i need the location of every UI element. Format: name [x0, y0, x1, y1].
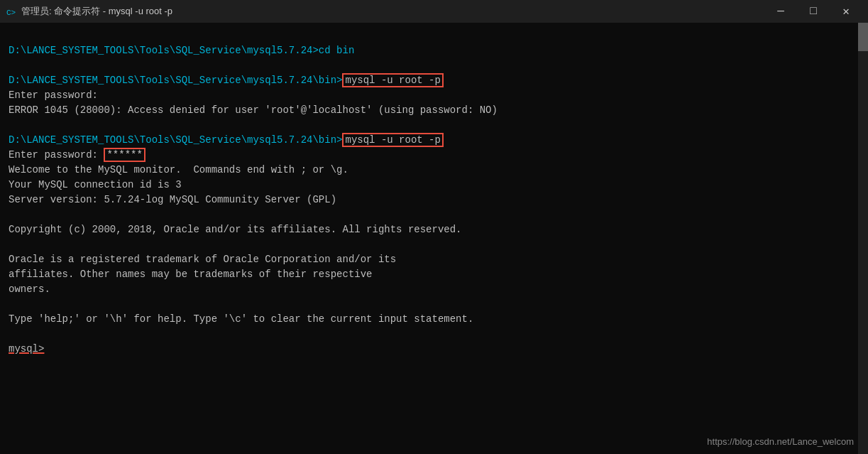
- line-3-path: D:\LANCE_SYSTEM_TOOLS\Tools\SQL_Service\…: [9, 75, 342, 86]
- svg-text:C>: C>: [6, 9, 16, 17]
- line-17: owners.: [9, 283, 50, 295]
- terminal: D:\LANCE_SYSTEM_TOOLS\Tools\SQL_Service\…: [0, 23, 868, 454]
- line-11: Server version: 5.7.24-log MySQL Communi…: [9, 194, 336, 205]
- cursor: [44, 343, 50, 355]
- line-13: Copyright (c) 2000, 2018, Oracle and/or …: [9, 224, 462, 235]
- titlebar-left: C> 管理员: 命令提示符 - mysql -u root -p: [6, 5, 172, 18]
- line-5: ERROR 1045 (28000): Access denied for us…: [9, 104, 498, 116]
- line-7-path: D:\LANCE_SYSTEM_TOOLS\Tools\SQL_Service\…: [9, 134, 342, 146]
- line-8-prefix: Enter password:: [9, 149, 104, 161]
- watermark: https://blog.csdn.net/Lance_welcom: [707, 436, 854, 447]
- prompt-line[interactable]: mysql>: [9, 343, 50, 355]
- line-10: Your MySQL connection id is 3: [9, 179, 182, 190]
- titlebar-controls: — □ ✕: [764, 0, 862, 23]
- line-16: affiliates. Other names may be trademark…: [9, 269, 372, 280]
- line-3-cmd: mysql -u root -p: [342, 73, 443, 87]
- cmd-icon: C>: [6, 6, 17, 17]
- scrollbar[interactable]: [858, 23, 868, 454]
- titlebar-title: 管理员: 命令提示符 - mysql -u root -p: [21, 5, 172, 18]
- line-1: D:\LANCE_SYSTEM_TOOLS\Tools\SQL_Service\…: [9, 45, 354, 56]
- close-button[interactable]: ✕: [830, 0, 862, 23]
- scrollbar-thumb[interactable]: [858, 23, 868, 51]
- maximize-button[interactable]: □: [797, 0, 830, 23]
- terminal-output: D:\LANCE_SYSTEM_TOOLS\Tools\SQL_Service\…: [9, 28, 859, 372]
- line-9: Welcome to the MySQL monitor. Commands e…: [9, 164, 348, 175]
- line-7-cmd: mysql -u root -p: [342, 133, 443, 147]
- titlebar: C> 管理员: 命令提示符 - mysql -u root -p — □ ✕: [0, 0, 868, 23]
- line-15: Oracle is a registered trademark of Orac…: [9, 254, 396, 265]
- password-input: ******: [104, 148, 145, 162]
- line-4: Enter password:: [9, 90, 98, 101]
- prompt-text: mysql>: [9, 343, 44, 355]
- minimize-button[interactable]: —: [764, 0, 797, 23]
- line-19: Type 'help;' or '\h' for help. Type '\c'…: [9, 313, 473, 325]
